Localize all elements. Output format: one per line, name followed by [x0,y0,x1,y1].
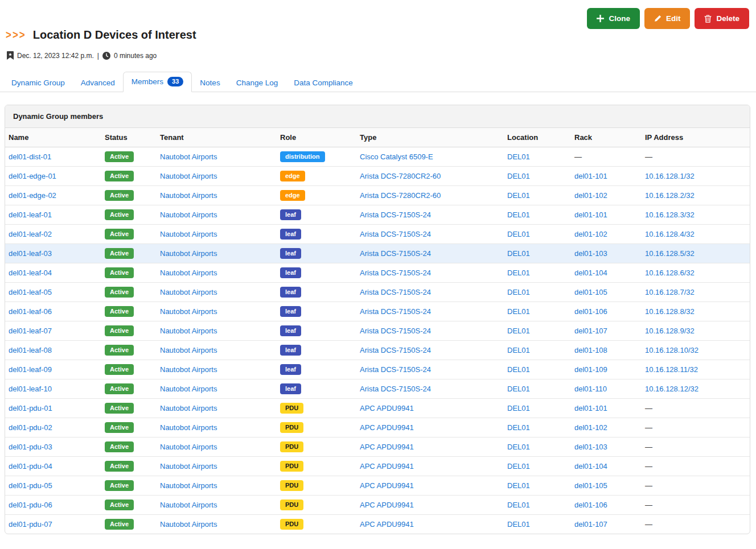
tenant-link[interactable]: Nautobot Airports [160,307,217,316]
role-badge[interactable]: leaf [280,345,301,356]
status-badge[interactable]: Active [105,500,134,510]
role-badge[interactable]: edge [280,190,305,201]
type-link[interactable]: APC APDU9941 [360,481,414,490]
rack-link[interactable]: del01-106 [574,307,607,316]
rack-link[interactable]: del01-101 [574,210,607,219]
tenant-link[interactable]: Nautobot Airports [160,385,217,393]
type-link[interactable]: Arista DCS-7150S-24 [360,288,431,296]
device-link[interactable]: del01-pdu-02 [9,423,52,432]
tab-change-log[interactable]: Change Log [228,74,286,92]
rack-link[interactable]: del01-108 [574,346,607,354]
tenant-link[interactable]: Nautobot Airports [160,501,217,509]
location-link[interactable]: DEL01 [507,172,530,180]
type-link[interactable]: Arista DCS-7150S-24 [360,307,431,316]
role-badge[interactable]: leaf [280,325,301,336]
location-link[interactable]: DEL01 [507,365,530,374]
type-link[interactable]: Arista DCS-7150S-24 [360,385,431,393]
tenant-link[interactable]: Nautobot Airports [160,404,217,412]
rack-link[interactable]: del01-107 [574,520,607,529]
role-badge[interactable]: leaf [280,383,301,394]
location-link[interactable]: DEL01 [507,346,530,354]
role-badge[interactable]: leaf [280,248,301,259]
rack-link[interactable]: del01-103 [574,249,607,258]
column-header[interactable]: Rack [571,128,642,147]
device-link[interactable]: del01-pdu-01 [9,404,52,412]
column-header[interactable]: Status [101,128,157,147]
rack-link[interactable]: del01-101 [574,172,607,180]
type-link[interactable]: APC APDU9941 [360,443,414,451]
type-link[interactable]: Arista DCS-7150S-24 [360,269,431,277]
role-badge[interactable]: PDU [280,500,303,510]
column-header[interactable]: Type [356,128,504,147]
location-link[interactable]: DEL01 [507,210,530,219]
tab-members[interactable]: Members33 [123,72,192,92]
ip-link[interactable]: 10.16.128.8/32 [645,307,695,316]
type-link[interactable]: Arista DCS-7150S-24 [360,210,431,219]
location-link[interactable]: DEL01 [507,404,530,412]
tenant-link[interactable]: Nautobot Airports [160,288,217,296]
tenant-link[interactable]: Nautobot Airports [160,269,217,277]
rack-link[interactable]: del01-109 [574,365,607,374]
status-badge[interactable]: Active [105,190,134,201]
device-link[interactable]: del01-leaf-06 [9,307,52,316]
role-badge[interactable]: leaf [280,306,301,317]
tenant-link[interactable]: Nautobot Airports [160,210,217,219]
tenant-link[interactable]: Nautobot Airports [160,327,217,335]
tenant-link[interactable]: Nautobot Airports [160,443,217,451]
location-link[interactable]: DEL01 [507,269,530,277]
status-badge[interactable]: Active [105,422,134,433]
ip-link[interactable]: 10.16.128.4/32 [645,230,695,238]
location-link[interactable]: DEL01 [507,191,530,200]
status-badge[interactable]: Active [105,248,134,259]
status-badge[interactable]: Active [105,229,134,240]
location-link[interactable]: DEL01 [507,462,530,470]
role-badge[interactable]: leaf [280,287,301,298]
role-badge[interactable]: PDU [280,441,303,452]
role-badge[interactable]: leaf [280,209,301,220]
type-link[interactable]: APC APDU9941 [360,462,414,470]
role-badge[interactable]: PDU [280,480,303,491]
ip-link[interactable]: 10.16.128.12/32 [645,385,699,393]
column-header[interactable]: Role [277,128,356,147]
type-link[interactable]: Arista DCS-7150S-24 [360,346,431,354]
tab-dynamic-group[interactable]: Dynamic Group [3,74,73,92]
device-link[interactable]: del01-leaf-07 [9,327,52,335]
ip-link[interactable]: 10.16.128.9/32 [645,327,695,335]
role-badge[interactable]: PDU [280,461,303,472]
status-badge[interactable]: Active [105,441,134,452]
rack-link[interactable]: del01-105 [574,288,607,296]
clone-button[interactable]: Clone [587,8,640,29]
tenant-link[interactable]: Nautobot Airports [160,152,217,161]
tenant-link[interactable]: Nautobot Airports [160,230,217,238]
type-link[interactable]: Arista DCS-7280CR2-60 [360,172,441,180]
type-link[interactable]: APC APDU9941 [360,423,414,432]
device-link[interactable]: del01-pdu-03 [9,443,52,451]
rack-link[interactable]: del01-105 [574,481,607,490]
tenant-link[interactable]: Nautobot Airports [160,346,217,354]
tenant-link[interactable]: Nautobot Airports [160,462,217,470]
tenant-link[interactable]: Nautobot Airports [160,249,217,258]
role-badge[interactable]: leaf [280,267,301,278]
tenant-link[interactable]: Nautobot Airports [160,365,217,374]
type-link[interactable]: APC APDU9941 [360,404,414,412]
status-badge[interactable]: Active [105,519,134,530]
role-badge[interactable]: PDU [280,519,303,530]
status-badge[interactable]: Active [105,461,134,472]
type-link[interactable]: Arista DCS-7150S-24 [360,249,431,258]
column-header[interactable]: Name [5,128,101,147]
delete-button[interactable]: Delete [695,8,749,29]
location-link[interactable]: DEL01 [507,307,530,316]
ip-link[interactable]: 10.16.128.3/32 [645,210,695,219]
status-badge[interactable]: Active [105,480,134,491]
type-link[interactable]: APC APDU9941 [360,501,414,509]
location-link[interactable]: DEL01 [507,520,530,529]
status-badge[interactable]: Active [105,267,134,278]
location-link[interactable]: DEL01 [507,443,530,451]
status-badge[interactable]: Active [105,287,134,298]
ip-link[interactable]: 10.16.128.6/32 [645,269,695,277]
type-link[interactable]: APC APDU9941 [360,520,414,529]
tab-data-compliance[interactable]: Data Compliance [286,74,361,92]
location-link[interactable]: DEL01 [507,423,530,432]
device-link[interactable]: del01-pdu-06 [9,501,52,509]
device-link[interactable]: del01-leaf-09 [9,365,52,374]
